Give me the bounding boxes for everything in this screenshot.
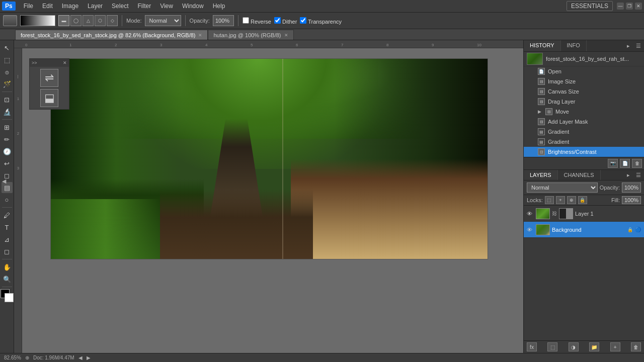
history-tab[interactable]: HISTORY <box>524 40 561 51</box>
tool-marquee[interactable]: ⬚ <box>2 54 13 65</box>
channels-tab[interactable]: CHANNELS <box>558 170 601 180</box>
menu-view[interactable]: View <box>156 2 177 11</box>
lock-artboard[interactable]: ⊕ <box>567 196 576 204</box>
essentials-button[interactable]: ESSENTIALS <box>567 1 613 11</box>
tool-patch[interactable]: ⊞ <box>2 122 13 133</box>
layers-panel-menu[interactable]: ☰ <box>633 171 644 179</box>
tool-clone[interactable]: 🕗 <box>2 146 13 157</box>
tool-pen[interactable]: 🖊 <box>2 210 13 221</box>
canvas-area[interactable]: 0 1 2 3 4 5 6 7 8 9 10 | 1 2 3 >> ✕ <box>14 40 523 353</box>
tab-hutan[interactable]: hutan.jpg @ 100% (RGB/8) ✕ <box>208 30 293 40</box>
history-delete[interactable]: 🗑 <box>632 159 642 168</box>
blend-mode-dropdown[interactable]: Normal Dissolve Multiply <box>527 183 598 193</box>
menu-window[interactable]: Window <box>178 2 208 11</box>
menu-select[interactable]: Select <box>108 2 132 11</box>
tool-history-brush[interactable]: ↩ <box>2 158 13 169</box>
tool-quickselect[interactable]: 🪄 <box>2 78 13 89</box>
history-item-addmask[interactable]: ⊟ Add Layer Mask <box>524 117 644 127</box>
history-item-draglayer[interactable]: ⊟ Drag Layer <box>524 97 644 107</box>
opacity-input-layers[interactable] <box>622 183 641 193</box>
lock-pixels[interactable]: ⬚ <box>545 196 554 204</box>
reverse-checkbox[interactable] <box>243 17 249 24</box>
restore-button[interactable]: ❐ <box>626 3 633 10</box>
forest-sandy-path <box>291 159 488 259</box>
gradient-preview[interactable] <box>20 15 55 26</box>
history-icon-gradient2: ▤ <box>538 138 545 145</box>
history-item-canvassize[interactable]: ⊟ Canvas Size <box>524 86 644 97</box>
float-tool-options[interactable]: ⬓ <box>40 89 58 107</box>
tool-hand[interactable]: ✋ <box>2 261 13 273</box>
layer-group-button[interactable]: 📁 <box>589 342 599 351</box>
opacity-input[interactable] <box>213 15 234 26</box>
history-new-document[interactable]: 📄 <box>620 159 630 168</box>
tool-brush[interactable]: ✏ <box>2 134 13 145</box>
gradient-diamond[interactable]: ◇ <box>107 15 118 26</box>
lock-all[interactable]: 🔒 <box>578 196 587 204</box>
layer-fx-button[interactable]: fx <box>527 342 537 351</box>
history-item-move[interactable]: ▶ ⊟ Move <box>524 107 644 117</box>
layer-delete-button[interactable]: 🗑 <box>631 342 641 351</box>
menu-file[interactable]: File <box>20 2 37 11</box>
tool-move[interactable]: ↖ <box>2 42 13 53</box>
float-panel-close[interactable]: ✕ <box>63 60 67 65</box>
layers-panel-collapse[interactable]: ▸ <box>624 171 633 179</box>
gradient-radial[interactable]: ◯ <box>70 15 82 26</box>
lock-position-move[interactable]: + <box>556 196 565 204</box>
gradient-linear[interactable]: ▬ <box>58 15 69 26</box>
layer-adjustment-button[interactable]: ◑ <box>569 342 579 351</box>
tab-scroll-left[interactable]: ◀ <box>2 178 6 185</box>
layer-item-background[interactable]: 👁 Background 🔒 🔵 <box>524 222 644 238</box>
history-icon-imagesize: ⊟ <box>538 78 545 85</box>
zoom-icon[interactable]: ⊕ <box>25 355 29 360</box>
gradient-reflected[interactable]: ⬡ <box>95 15 106 26</box>
canvas-image[interactable] <box>50 58 488 259</box>
tool-text[interactable]: T <box>2 222 13 233</box>
float-tool-gradient[interactable]: ⇌ <box>40 69 58 87</box>
info-tab[interactable]: INFO <box>561 40 587 51</box>
history-item-brightness[interactable]: ⊡ Brightness/Contrast <box>524 147 644 157</box>
tool-eyedropper[interactable]: 🔬 <box>2 106 13 117</box>
menu-edit[interactable]: Edit <box>38 2 57 11</box>
tab-forest-close[interactable]: ✕ <box>198 33 202 38</box>
history-icon-draglayer: ⊟ <box>538 98 545 105</box>
close-button[interactable]: ✕ <box>635 3 642 10</box>
mode-dropdown[interactable]: Normal Dissolve Multiply <box>145 15 181 26</box>
tool-path[interactable]: ⊿ <box>2 234 13 245</box>
background-color[interactable] <box>5 293 14 302</box>
layers-locks-bar: Locks: ⬚ + ⊕ 🔒 Fill: <box>524 195 644 206</box>
dither-checkbox[interactable] <box>274 17 281 24</box>
tab-hutan-close[interactable]: ✕ <box>284 33 288 38</box>
tool-shape[interactable]: ◻ <box>2 246 13 257</box>
history-item-gradient1[interactable]: ▤ Gradient <box>524 127 644 137</box>
float-panel-titlebar[interactable]: >> ✕ <box>30 59 69 67</box>
history-new-snapshot[interactable]: 📷 <box>608 159 618 168</box>
brush-preview[interactable] <box>3 15 17 26</box>
transparency-checkbox[interactable] <box>300 17 306 24</box>
minimize-button[interactable]: — <box>617 3 624 10</box>
tool-dodge[interactable]: ○ <box>2 194 13 205</box>
layer-item-layer1[interactable]: 👁 ⛓ Layer 1 <box>524 206 644 222</box>
history-panel-collapse[interactable]: ▸ <box>624 42 633 50</box>
menu-filter[interactable]: Filter <box>133 2 155 11</box>
background-eye[interactable]: 👁 <box>527 227 534 233</box>
gradient-angle[interactable]: △ <box>83 15 94 26</box>
history-item-imagesize[interactable]: ⊟ Image Size <box>524 76 644 86</box>
history-panel-menu[interactable]: ☰ <box>633 42 644 50</box>
layer1-eye[interactable]: 👁 <box>527 211 534 217</box>
menu-image[interactable]: Image <box>58 2 83 11</box>
tool-zoom[interactable]: 🔍 <box>2 274 13 285</box>
layer-new-button[interactable]: + <box>610 342 620 351</box>
status-arrow-right[interactable]: ▶ <box>87 355 91 360</box>
menu-help[interactable]: Help <box>209 2 229 11</box>
menu-layer[interactable]: Layer <box>84 2 107 11</box>
fill-input[interactable] <box>622 196 641 204</box>
tool-crop[interactable]: ⊡ <box>2 94 13 105</box>
history-snapshot[interactable]: forest_stock_16_by_sed_rah_st... <box>524 52 644 66</box>
layers-tab[interactable]: LAYERS <box>524 170 558 180</box>
tool-lasso[interactable]: ⌾ <box>2 66 13 77</box>
layer-mask-button[interactable]: ⬚ <box>547 342 557 351</box>
status-arrow-left[interactable]: ◀ <box>78 355 83 360</box>
tab-forest[interactable]: forest_stock_16_by_sed_rah_stock.jpg @ 8… <box>15 30 208 40</box>
history-item-gradient2[interactable]: ▤ Gradient <box>524 137 644 147</box>
history-item-open[interactable]: 📄 Open <box>524 66 644 76</box>
